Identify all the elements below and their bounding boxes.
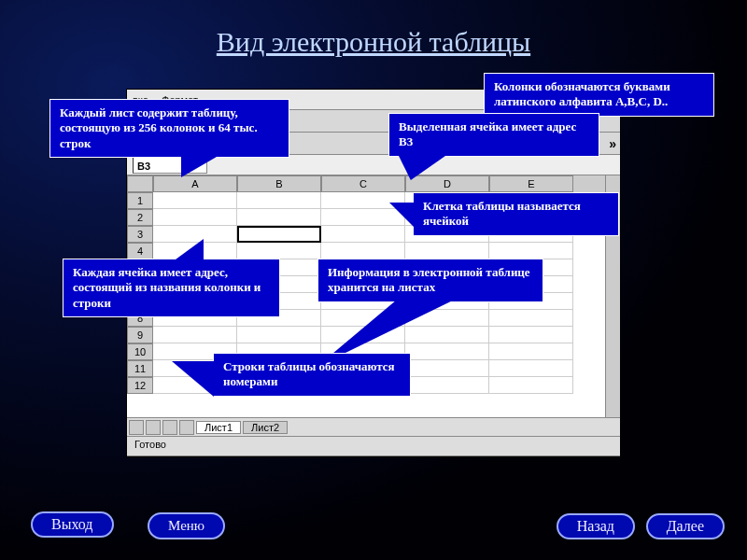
callout-selected-address: Выделенная ячейка имеет адрес B3 (388, 113, 599, 157)
page-title: Вид электронной таблицы (0, 26, 747, 58)
callout-sheet-size: Каждый лист содержит таблицу, состоящую … (49, 99, 289, 158)
callout-rows-numbers: Строки таблицы обозначаются номерами (213, 353, 411, 397)
row-header[interactable]: 12 (127, 377, 153, 394)
sheet-tabs: Лист1 Лист2 (127, 418, 620, 437)
row-header[interactable]: 3 (127, 226, 153, 243)
menu-button[interactable]: Меню (148, 512, 225, 539)
next-button[interactable]: Далее (646, 513, 725, 539)
tab-nav-last[interactable] (179, 420, 194, 435)
sheet-tab[interactable]: Лист2 (243, 421, 288, 434)
tab-nav-first[interactable] (129, 420, 144, 435)
tab-nav-next[interactable] (162, 420, 177, 435)
row-header[interactable]: 2 (127, 209, 153, 226)
sheet-tab-active[interactable]: Лист1 (196, 421, 241, 434)
toolbar-overflow-icon[interactable]: » (609, 136, 616, 151)
col-header[interactable]: A (153, 175, 237, 192)
col-header[interactable]: E (489, 175, 573, 192)
select-all-corner[interactable] (127, 175, 153, 192)
back-button[interactable]: Назад (557, 513, 635, 539)
col-header[interactable]: D (405, 175, 489, 192)
col-header[interactable]: B (237, 175, 321, 192)
selected-cell[interactable] (237, 226, 321, 243)
callout-cell-name: Клетка таблицы называется ячейкой (413, 192, 619, 236)
status-bar: Готово (127, 437, 620, 455)
row-header[interactable]: 1 (127, 192, 153, 209)
nav-bar: Выход Меню Назад Далее (0, 502, 747, 539)
callout-columns-letters: Колонки обозначаются буквами латинского … (484, 73, 714, 117)
callout-cell-address: Каждая ячейка имеет адрес, состоящий из … (63, 259, 280, 317)
exit-button[interactable]: Выход (31, 511, 114, 538)
tab-nav-prev[interactable] (146, 420, 161, 435)
row-header[interactable]: 4 (127, 243, 153, 259)
callout-sheets-info: Информация в электронной таблице хранитс… (317, 259, 543, 302)
row-header[interactable]: 10 (127, 343, 153, 360)
row-header[interactable]: 11 (127, 360, 153, 377)
row-header[interactable]: 9 (127, 327, 153, 343)
